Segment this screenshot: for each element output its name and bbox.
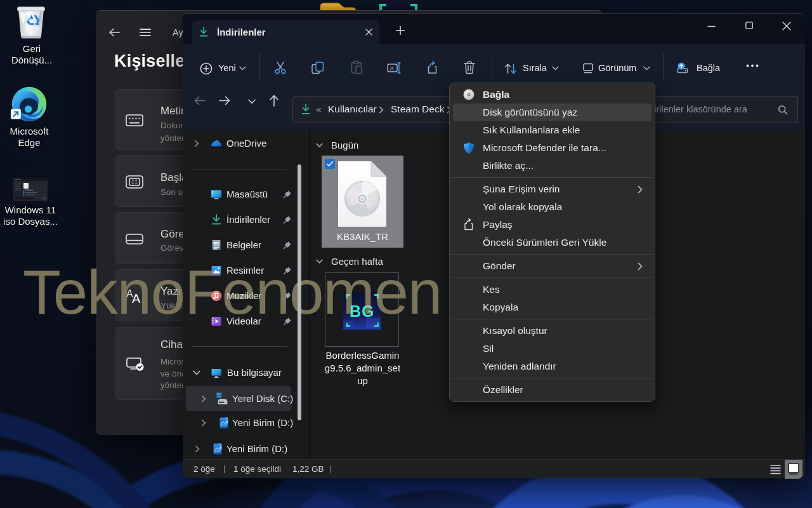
sidebar-item-desktop[interactable]: Masaüstü [186,183,300,206]
tree-chevron-right-icon[interactable] [195,445,200,453]
sidebar-item-local-disk-selected[interactable]: Yerel Disk (C:) [186,386,291,411]
desktop-icon-win11-iso[interactable]: Windows 11iso Dosyas... [1,177,60,227]
mount-button[interactable]: Bağla [671,58,728,79]
rename-icon[interactable]: A [387,61,402,75]
menu-item-defender[interactable]: Microsoft Defender ile tara... [453,139,652,157]
cut-icon[interactable] [273,61,287,75]
tree-chevron-right-icon[interactable] [194,140,199,147]
edge-logo-icon [10,85,48,123]
context-menu: Bağla Disk görüntüsünü yaz Sık Kullanıla… [449,83,655,402]
check-icon [325,159,335,169]
tab-downloads[interactable]: İndirilenler [192,20,379,44]
menu-item-cut[interactable]: Kes [453,281,652,298]
status-selected-size: 1,22 GB [292,464,324,474]
desktop-folder-icon [210,188,223,201]
status-separator: | [329,464,332,473]
plus-circle-icon [200,62,213,75]
desktop-icon-recycle-bin[interactable]: GeriDönüşü... [3,4,61,66]
menu-item-delete[interactable]: Sil [453,340,652,358]
tree-chevron-down-icon[interactable] [193,370,200,375]
menu-item-share[interactable]: Paylaş [453,216,652,234]
volume-icon [211,443,224,455]
submenu-chevron-icon [638,185,643,196]
nav-back-icon[interactable] [194,96,206,105]
downloads-folder-icon [210,213,223,226]
menu-divider [450,319,654,319]
paste-icon[interactable] [350,60,363,75]
thumbnail-view-icon [788,463,799,475]
menu-item-sendto[interactable]: Gönder [453,257,652,275]
breadcrumb-overflow[interactable]: « [316,104,322,115]
sidebar-item-this-pc[interactable]: Bu bilgisayar [186,361,300,384]
maximize-icon[interactable] [745,22,753,29]
status-selected-count: 1 öğe seçildi [233,464,281,474]
copy-icon[interactable] [311,61,325,75]
tab-close-icon[interactable] [365,28,373,36]
menu-item-burn[interactable]: Disk görüntüsünü yaz [453,104,652,121]
delete-icon[interactable] [462,60,476,75]
breadcrumb-chevron-icon [379,106,384,114]
new-button-label: Yeni [218,63,236,73]
view-button-label: Görünüm [598,63,636,73]
file-item-kb3aik-selected[interactable]: KB3AIK_TR [322,156,403,248]
pin-icon[interactable] [283,215,292,224]
chevron-down-icon [552,66,559,70]
breadcrumb-item[interactable]: Steam Deck [391,104,444,115]
search-box[interactable]: İndirilenler klasöründe ara [632,96,798,123]
toolbar-separator [663,53,664,79]
desktop-icon-edge[interactable]: MicrosoftEdge [0,84,58,149]
share-icon[interactable] [425,61,440,75]
iso-file-icon [338,161,386,227]
nav-up-icon[interactable] [269,95,279,107]
taskbar-icon [125,229,144,251]
file-name: KB3AIK_TR [322,231,403,243]
sidebar-item-downloads[interactable]: İndirilenler [186,208,300,231]
sidebar-item-volume-d2[interactable]: Yeni Birim (D:) [186,438,300,460]
details-view-toggle-icon[interactable] [769,464,782,476]
menu-item-shortcut[interactable]: Kısayol oluştur [453,322,652,340]
menu-item-restore[interactable]: Önceki Sürümleri Geri Yükle [453,234,652,251]
new-tab-icon[interactable] [396,26,405,35]
nav-forward-icon[interactable] [219,96,230,105]
tree-chevron-right-icon[interactable] [201,419,206,427]
download-icon [199,27,209,37]
more-options-icon[interactable] [746,64,759,67]
group-header-today[interactable]: Bugün [315,138,442,152]
menu-item-mount[interactable]: Bağla [453,86,652,104]
menu-divider [450,378,654,378]
minimize-icon[interactable] [707,25,716,27]
close-icon[interactable] [782,22,791,30]
this-pc-icon [210,366,223,379]
svg-text:A: A [390,65,395,72]
file-checkbox-checked[interactable] [325,159,335,169]
menu-item-copypath[interactable]: Yol olarak kopyala [453,198,652,216]
sidebar-item-documents[interactable]: Belgeler [186,234,300,257]
address-location-download-icon [301,104,311,116]
view-icon [582,62,594,75]
breadcrumb-item[interactable]: Kullanıcılar [328,104,377,115]
menu-item-copy[interactable]: Kopyala [453,298,652,316]
sort-button[interactable]: Sırala [499,58,562,79]
file-name: BorderlessGamin g9.5.6_admin_set up [320,349,405,387]
menu-item-properties[interactable]: Özellikler [453,381,652,399]
sidebar-item-onedrive[interactable]: OneDrive [186,132,300,155]
menu-item-openwith[interactable]: Birlikte aç... [453,157,652,175]
menu-item-rename[interactable]: Yeniden adlandır [453,358,652,375]
shortcut-arrow-overlay [11,109,21,119]
toolbar-separator [259,53,260,79]
nav-recent-chevron-icon[interactable] [248,99,256,104]
tree-chevron-right-icon[interactable] [201,395,206,403]
explorer-toolbar: Yeni A Sırala [183,44,805,88]
sidebar-item-volume-d[interactable]: Yeni Birim (D:) [186,411,300,434]
settings-back-icon[interactable] [108,28,120,37]
pin-icon[interactable] [283,241,292,250]
explorer-statusbar: 2 öğe | 1 öğe seçildi 1,22 GB | [183,459,805,478]
search-icon[interactable] [778,105,788,115]
menu-item-fav[interactable]: Sık Kullanılanlara ekle [453,121,652,139]
new-button[interactable]: Yeni [193,58,251,79]
settings-menu-icon[interactable] [140,29,151,36]
menu-item-giveaccess[interactable]: Şuna Erişim verin [453,180,652,198]
view-button[interactable]: Görünüm [576,58,653,79]
pin-icon[interactable] [283,190,292,199]
thumbnail-view-toggle-active[interactable] [785,460,802,479]
